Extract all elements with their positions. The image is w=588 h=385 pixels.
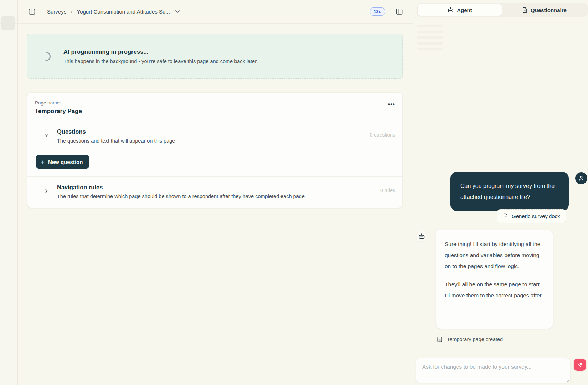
chat-divider	[413, 21, 588, 21]
user-avatar	[575, 172, 587, 184]
navigation-expand-button[interactable]	[42, 187, 50, 195]
app-window: Surveys › Yogurt Consumption and Attitud…	[0, 0, 588, 385]
tab-agent-label: Agent	[457, 7, 472, 13]
robot-icon	[418, 233, 425, 240]
elapsed-time-badge: 13s	[370, 7, 385, 16]
tab-agent[interactable]: Agent	[418, 4, 502, 16]
person-icon	[578, 175, 584, 181]
loading-skeleton	[417, 25, 443, 53]
banner-title: AI programming in progress...	[63, 48, 258, 55]
agent-message-paragraph: They'll all be on the same page to start…	[445, 279, 545, 301]
tab-questionnaire-label: Questionnaire	[531, 7, 567, 13]
notebook-icon	[437, 336, 442, 342]
questions-title: Questions	[57, 128, 370, 135]
chat-input[interactable]	[416, 358, 571, 383]
page-card-header: Page name: Temporary Page •••	[27, 93, 402, 121]
navigation-count: 0 rules	[380, 188, 395, 193]
navigation-section-text: Navigation rules The rules that determin…	[57, 184, 380, 199]
agent-message-paragraph: Sure thing! I'll start by identifying al…	[445, 238, 545, 272]
document-icon	[503, 213, 508, 219]
attachment-filename: Generic survey.docx	[512, 213, 560, 219]
breadcrumb-surveys-link[interactable]: Surveys	[47, 9, 66, 15]
send-icon	[577, 362, 583, 368]
breadcrumb-current-survey[interactable]: Yogurt Consumption and Attitudes Su...	[77, 9, 170, 15]
banner-text: AI programming in progress... This happe…	[63, 48, 258, 64]
questions-section-text: Questions The questions and text that wi…	[57, 128, 370, 144]
attachment-chip[interactable]: Generic survey.docx	[497, 209, 566, 223]
navigation-rules-section: Navigation rules The rules that determin…	[27, 177, 402, 208]
survey-switcher-caret[interactable]	[175, 10, 180, 13]
chat-tabbar: Agent Questionnaire	[417, 3, 588, 17]
agent-chat-panel: Agent Questionnaire Can you program my s…	[413, 0, 588, 385]
breadcrumb-separator: ›	[71, 9, 72, 15]
tab-questionnaire[interactable]: Questionnaire	[502, 4, 587, 16]
ellipsis-icon: •••	[388, 101, 395, 108]
page-menu-button[interactable]: •••	[388, 103, 395, 106]
document-icon	[522, 7, 527, 13]
questions-collapse-button[interactable]	[42, 131, 50, 139]
toggle-left-sidebar-button[interactable]	[27, 7, 36, 16]
chevron-right-icon	[45, 189, 48, 193]
agent-message-bubble: Sure thing! I'll start by identifying al…	[436, 230, 553, 329]
editor-topbar: Surveys › Yogurt Consumption and Attitud…	[18, 0, 413, 24]
panel-left-icon	[28, 8, 36, 15]
questions-section: Questions The questions and text that wi…	[27, 121, 402, 147]
chevron-down-icon	[44, 134, 49, 137]
page-card: Page name: Temporary Page ••• Questions …	[27, 92, 403, 208]
survey-editor-panel: Surveys › Yogurt Consumption and Attitud…	[18, 0, 413, 385]
tool-status-row: Temporary page created	[437, 336, 503, 342]
user-message-bubble: Can you program my survey from the attac…	[450, 172, 569, 211]
navigation-title: Navigation rules	[57, 184, 380, 191]
panel-right-icon	[396, 8, 403, 15]
new-question-label: New question	[48, 159, 83, 165]
status-text: Temporary page created	[447, 337, 503, 342]
ai-progress-banner: AI programming in progress... This happe…	[27, 34, 403, 79]
sidebar-divider	[0, 116, 17, 116]
chevron-down-icon	[175, 10, 180, 13]
robot-icon	[448, 7, 454, 13]
navigation-description: The rules that determine which page shou…	[57, 194, 380, 199]
sidebar-ghost-item	[1, 16, 15, 30]
send-button[interactable]	[574, 359, 586, 371]
banner-subtitle: This happens in the background - you're …	[63, 58, 258, 64]
editor-content: AI programming in progress... This happe…	[18, 24, 413, 208]
spinner-icon	[39, 50, 52, 63]
questions-count: 0 questions	[370, 132, 395, 138]
breadcrumb: Surveys › Yogurt Consumption and Attitud…	[47, 9, 180, 15]
page-name-label: Page name:	[35, 100, 394, 106]
questions-description: The questions and text that will appear …	[57, 138, 370, 144]
plus-icon: +	[41, 159, 45, 165]
collapsed-sidebar	[0, 0, 18, 385]
agent-avatar	[416, 231, 427, 242]
new-question-button[interactable]: + New question	[36, 155, 89, 169]
page-name-value: Temporary Page	[35, 108, 394, 115]
toggle-right-panel-button[interactable]	[394, 7, 404, 16]
